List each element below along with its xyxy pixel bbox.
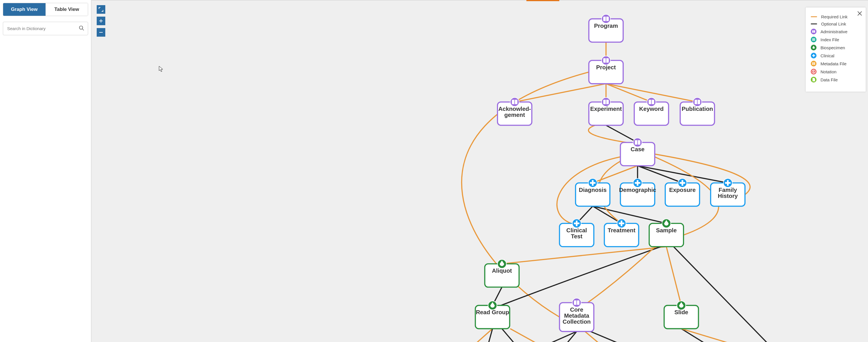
node-label: Treatment <box>608 227 636 233</box>
legend-required-link: Required Link <box>811 14 861 19</box>
legend-category-label: Administrative <box>820 29 847 34</box>
svg-line-1 <box>83 29 84 30</box>
edge-sample-core_metadata_collection <box>588 247 655 303</box>
clinical-icon <box>811 53 816 58</box>
legend-category-clinical: Clinical <box>811 53 861 58</box>
node-diagnosis[interactable]: Diagnosis <box>576 178 610 206</box>
node-label: Case <box>630 146 645 152</box>
node-label: Aliquot <box>492 267 512 274</box>
notation-icon <box>811 69 816 75</box>
graph-svg[interactable]: ProgramProjectAcknowled-gementExperiment… <box>92 0 868 342</box>
node-case[interactable]: Case <box>621 138 655 166</box>
svg-rect-59 <box>812 55 815 56</box>
node-label: Program <box>594 23 618 29</box>
node-label: Read Group <box>476 309 509 315</box>
svg-rect-43 <box>619 223 624 224</box>
metadata_file-icon <box>811 61 816 66</box>
edge-sample-slide <box>666 247 681 305</box>
node-aliquot[interactable]: Aliquot <box>485 259 519 287</box>
node-label: Experiment <box>590 106 622 112</box>
legend-required-label: Required Link <box>821 14 848 19</box>
node-label: Keyword <box>639 106 664 112</box>
legend-category-data_file: Data File <box>811 77 861 83</box>
node-label: Project <box>596 64 616 70</box>
node-label: Publication <box>682 106 713 112</box>
svg-rect-37 <box>725 182 731 184</box>
legend-category-administrative: Administrative <box>811 29 861 34</box>
node-label: Exposure <box>669 187 696 193</box>
node-acknowledgement[interactable]: Acknowled-gement <box>497 98 532 125</box>
edge-project-keyword <box>606 84 651 102</box>
node-treatment[interactable]: Treatment <box>604 219 639 247</box>
legend-category-label: Biospecimen <box>820 45 845 50</box>
edge-diagnosis-sample <box>593 206 666 223</box>
edge-offscreen-1 <box>485 329 492 342</box>
search-input[interactable] <box>3 22 88 35</box>
node-keyword[interactable]: Keyword <box>634 98 669 125</box>
edge-offscreen-3 <box>510 329 557 342</box>
node-publication[interactable]: Publication <box>680 98 715 125</box>
node-label: FamilyHistory <box>718 187 738 199</box>
node-label: Slide <box>674 309 688 315</box>
node-sample[interactable]: Sample <box>649 219 683 247</box>
node-project[interactable]: Project <box>589 56 623 84</box>
legend-category-index_file: Index File <box>811 37 861 42</box>
edge-case-exposure <box>638 166 683 183</box>
node-label: Sample <box>656 227 677 233</box>
edge-case-diagnosis <box>593 166 638 183</box>
node-read_group[interactable]: Read Group <box>475 301 510 329</box>
legend-panel: Required Link Optional Link Administrati… <box>806 7 866 92</box>
edge-sample-aliquot <box>502 247 666 264</box>
legend-category-label: Notation <box>820 69 837 74</box>
svg-rect-40 <box>574 223 579 224</box>
data_file-icon <box>811 77 816 83</box>
node-label: Demographic <box>619 187 656 193</box>
legend-optional-link: Optional Link <box>811 22 861 26</box>
edge-diagnosis-treatment <box>593 206 622 223</box>
close-icon[interactable] <box>857 11 862 17</box>
graph-canvas[interactable]: ProgramProjectAcknowled-gementExperiment… <box>92 0 868 342</box>
node-slide[interactable]: Slide <box>664 301 699 329</box>
node-exposure[interactable]: Exposure <box>665 178 700 206</box>
legend-category-label: Data File <box>820 77 838 82</box>
node-core_metadata_collection[interactable]: CoreMetadataCollection <box>560 298 594 332</box>
node-experiment[interactable]: Experiment <box>589 98 623 125</box>
sidebar: Graph View Table View <box>0 0 92 342</box>
edge-offscreen-6 <box>585 332 613 342</box>
edge-offscreen-0 <box>463 329 493 342</box>
legend-category-label: Clinical <box>820 53 834 58</box>
node-program[interactable]: Program <box>589 14 623 42</box>
svg-rect-28 <box>590 182 595 184</box>
search-icon[interactable] <box>79 25 84 32</box>
node-family_history[interactable]: FamilyHistory <box>711 178 745 206</box>
node-label: Diagnosis <box>579 187 607 193</box>
node-clinical_test[interactable]: ClinicalTest <box>560 219 594 247</box>
table-view-button[interactable]: Table View <box>45 3 88 16</box>
legend-category-label: Index File <box>820 37 839 42</box>
search-input-wrap <box>3 22 88 35</box>
graph-view-button[interactable]: Graph View <box>3 3 45 16</box>
legend-optional-label: Optional Link <box>821 22 846 26</box>
legend-category-metadata_file: Metadata File <box>811 61 861 66</box>
node-demographic[interactable]: Demographic <box>619 178 656 206</box>
svg-rect-31 <box>635 182 640 184</box>
edge-offscreen-7 <box>590 332 646 342</box>
edge-project-acknowledgement <box>515 84 606 102</box>
index_file-icon <box>811 37 816 42</box>
view-toggle: Graph View Table View <box>3 3 88 16</box>
biospecimen-icon <box>811 45 816 50</box>
legend-category-notation: Notation <box>811 69 861 75</box>
cursor-icon <box>159 66 164 72</box>
legend-category-label: Metadata File <box>820 61 846 66</box>
svg-rect-34 <box>680 182 685 184</box>
administrative-icon <box>811 29 816 34</box>
legend-category-biospecimen: Biospecimen <box>811 45 861 50</box>
